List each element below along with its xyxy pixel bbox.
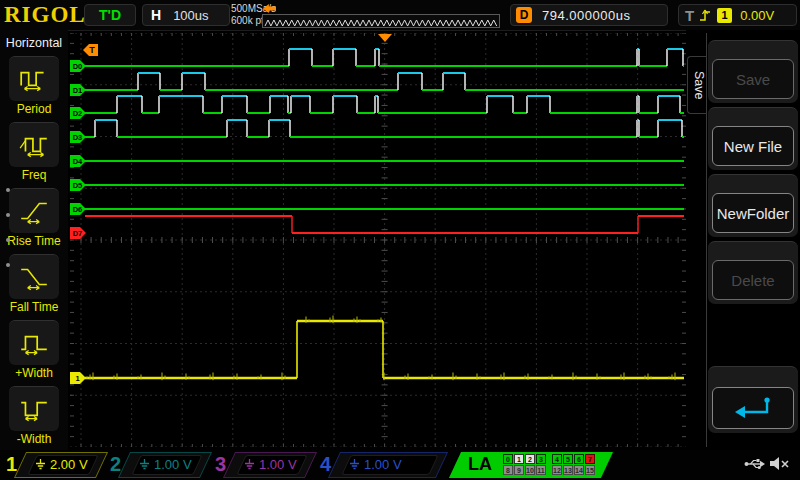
left-measure-menu: Horizontal Period Freq Rise Time (0, 30, 68, 450)
menu-item-freq[interactable]: Freq (0, 122, 68, 186)
la-digit-grid: 0123456789101112131415 (503, 454, 596, 476)
la-digit-4: 4 (552, 454, 562, 464)
menu-item-minus-width[interactable]: -Width (0, 386, 68, 450)
page-dot (6, 238, 10, 242)
return-arrow-icon (731, 395, 775, 421)
la-digit-5: 5 (563, 454, 573, 464)
la-digit-0: 0 (503, 454, 513, 464)
la-digit-12: 12 (552, 465, 562, 475)
rigol-logo: RIGOL (4, 2, 86, 28)
period-icon (18, 65, 50, 93)
channel2-status[interactable]: 2 1.00 V (106, 452, 206, 478)
svg-text:D7: D7 (73, 229, 83, 238)
channel3-status[interactable]: 3 1.00 V (211, 452, 311, 478)
coupling-icon (244, 458, 255, 470)
svg-text:D5: D5 (73, 181, 83, 190)
la-digit-9: 9 (514, 465, 524, 475)
memory-waveform-strip[interactable] (262, 14, 500, 28)
svg-text:D0: D0 (73, 62, 83, 71)
svg-text:D1: D1 (73, 86, 83, 95)
la-digit-13: 13 (563, 465, 573, 475)
la-digit-8: 8 (503, 465, 513, 475)
coupling-icon (349, 458, 360, 470)
trigger-status-badge: T'D (84, 4, 136, 26)
coupling-icon (139, 458, 150, 470)
new-folder-button[interactable]: NewFolder (708, 174, 798, 237)
la-digit-6: 6 (574, 454, 584, 464)
menu-item-fall-time[interactable]: Fall Time (0, 254, 68, 318)
delay-value: 794.000000us (542, 8, 630, 23)
right-soft-menu: Save Save New File NewFolder Delete (686, 30, 800, 450)
la-digit-2: 2 (525, 454, 535, 464)
trigger-label: T (685, 7, 694, 24)
la-digit-1: 1 (514, 454, 524, 464)
freq-icon (18, 131, 50, 159)
la-digit-11: 11 (536, 465, 546, 475)
trigger-source-badge: 1 (717, 8, 732, 23)
la-label: LA (468, 454, 492, 475)
delete-button[interactable]: Delete (708, 241, 798, 304)
rise-time-icon (18, 197, 50, 225)
fall-time-icon (18, 263, 50, 291)
minus-width-icon (18, 395, 50, 423)
trigger-level-value: 0.00V (740, 8, 774, 23)
rising-edge-icon (698, 7, 712, 23)
la-digit-14: 14 (574, 465, 584, 475)
channel1-status[interactable]: 1 2.00 V (2, 452, 102, 478)
menu-item-plus-width[interactable]: +Width (0, 320, 68, 384)
la-digit-3: 3 (536, 454, 546, 464)
page-dot (6, 213, 10, 217)
plus-width-icon (18, 329, 50, 357)
save-menu-tab: Save (687, 56, 706, 114)
top-status-bar: RIGOL T'D H 100us 500MSa/s 600k pts D 79… (0, 0, 800, 31)
left-menu-title: Horizontal (0, 36, 68, 50)
svg-text:1: 1 (75, 374, 79, 383)
bottom-channel-bar: 1 2.00 V 2 1.00 V 3 1.00 V (0, 450, 800, 480)
la-digit-15: 15 (585, 465, 595, 475)
svg-text:D6: D6 (73, 205, 83, 214)
svg-text:D2: D2 (73, 109, 83, 118)
speaker-mute-icon (768, 454, 792, 474)
channel4-status[interactable]: 4 1.00 V (316, 452, 442, 478)
logic-analyzer-status[interactable]: LA 0123456789101112131415 (455, 452, 607, 478)
timebase-value: 100us (173, 8, 208, 23)
memory-waveform-zigzag (263, 17, 499, 29)
usb-icon (744, 456, 766, 472)
svg-text:D4: D4 (73, 157, 83, 166)
waveform-display-area[interactable]: D0D1D2D3D4D5D6D71T (70, 33, 686, 447)
trigger-settings-box[interactable]: T 1 0.00V (678, 4, 797, 26)
trigger-status-text: T'D (99, 7, 121, 23)
horizontal-label: H (151, 7, 161, 23)
page-dot (6, 188, 10, 192)
delay-badge: D (516, 7, 532, 23)
new-file-button[interactable]: New File (708, 107, 798, 170)
back-button[interactable] (708, 366, 798, 433)
svg-text:T: T (89, 45, 95, 55)
menu-item-rise-time[interactable]: Rise Time (0, 188, 68, 252)
page-dot (6, 263, 10, 267)
oscilloscope-screen: RIGOL T'D H 100us 500MSa/s 600k pts D 79… (0, 0, 800, 480)
horizontal-timebase-box[interactable]: H 100us (142, 4, 230, 26)
la-digit-10: 10 (525, 465, 535, 475)
menu-divider (706, 33, 707, 447)
trigger-delay-box[interactable]: D 794.000000us (510, 4, 668, 26)
save-button[interactable]: Save (708, 40, 798, 103)
svg-text:D3: D3 (73, 133, 83, 142)
coupling-icon (35, 458, 46, 470)
la-digit-7: 7 (585, 454, 595, 464)
menu-item-period[interactable]: Period (0, 56, 68, 120)
